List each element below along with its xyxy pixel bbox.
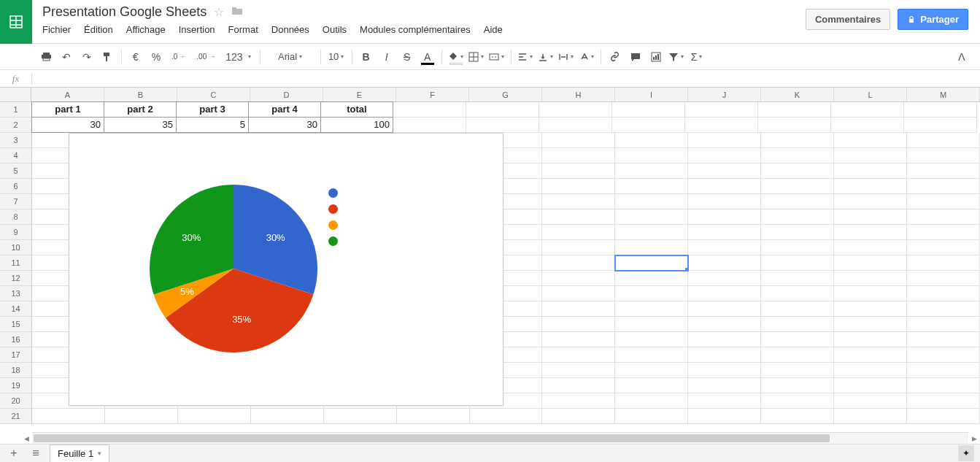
cell[interactable] — [761, 409, 834, 424]
cell[interactable] — [834, 393, 907, 409]
more-formats-button[interactable]: 123 — [221, 47, 255, 66]
cell[interactable] — [542, 363, 615, 378]
column-header[interactable]: M — [907, 88, 980, 101]
menu-aide[interactable]: Aide — [484, 24, 503, 35]
menu-format[interactable]: Format — [228, 24, 258, 35]
menu-insertion[interactable]: Insertion — [179, 24, 215, 35]
cell[interactable] — [761, 148, 834, 163]
cell[interactable] — [761, 255, 834, 271]
column-header[interactable]: B — [104, 88, 177, 101]
cell[interactable] — [542, 240, 615, 255]
cell[interactable] — [685, 118, 758, 133]
cell[interactable]: 5 — [176, 117, 249, 133]
cell[interactable] — [542, 271, 615, 286]
cell[interactable] — [688, 332, 761, 347]
decrease-decimal-button[interactable]: .0← — [167, 47, 190, 66]
row-header[interactable]: 8 — [0, 209, 31, 225]
select-all-corner[interactable] — [0, 88, 31, 101]
column-header[interactable]: D — [250, 88, 323, 101]
cell[interactable] — [615, 255, 688, 271]
row-header[interactable]: 6 — [0, 179, 31, 194]
row-header[interactable]: 9 — [0, 225, 31, 240]
cell[interactable] — [324, 409, 397, 424]
row-header[interactable]: 20 — [0, 393, 31, 409]
cell[interactable] — [688, 317, 761, 332]
row-header[interactable]: 13 — [0, 286, 31, 301]
cell[interactable] — [615, 179, 688, 194]
cell[interactable] — [615, 332, 688, 347]
cell[interactable] — [615, 363, 688, 378]
cell[interactable] — [615, 148, 688, 163]
cell[interactable] — [834, 148, 907, 163]
column-header[interactable]: C — [177, 88, 250, 101]
cell[interactable] — [615, 225, 688, 240]
text-color-button[interactable]: A — [418, 47, 437, 66]
cell[interactable]: part 4 — [248, 101, 321, 118]
sheet-tab-dropdown-icon[interactable]: ▾ — [98, 450, 101, 457]
cell[interactable] — [907, 378, 980, 393]
cell[interactable] — [834, 179, 907, 194]
cell[interactable] — [542, 209, 615, 225]
cell[interactable] — [542, 255, 615, 271]
cell[interactable] — [539, 102, 612, 118]
cell[interactable] — [612, 118, 685, 133]
cell[interactable] — [907, 209, 980, 225]
cell[interactable] — [542, 286, 615, 301]
cell[interactable] — [178, 409, 251, 424]
cell[interactable] — [907, 148, 980, 163]
scroll-right-icon[interactable]: ▶ — [968, 433, 980, 444]
cell[interactable] — [688, 179, 761, 194]
cell[interactable] — [834, 301, 907, 317]
sheet-tab[interactable]: Feuille 1 ▾ — [50, 444, 109, 462]
cell[interactable] — [539, 118, 612, 133]
cell[interactable] — [904, 102, 977, 118]
cell[interactable] — [615, 133, 688, 148]
insert-comment-button[interactable] — [626, 47, 645, 66]
column-header[interactable]: A — [31, 88, 104, 101]
row-header[interactable]: 17 — [0, 347, 31, 363]
cell[interactable] — [761, 363, 834, 378]
comments-button[interactable]: Commentaires — [806, 9, 890, 30]
row-header[interactable]: 3 — [0, 133, 31, 148]
cell[interactable] — [758, 102, 831, 118]
scroll-thumb[interactable] — [34, 434, 830, 442]
cell[interactable] — [761, 347, 834, 363]
cell[interactable] — [761, 332, 834, 347]
column-header[interactable]: E — [323, 88, 396, 101]
print-icon[interactable] — [36, 47, 55, 66]
cell[interactable] — [688, 378, 761, 393]
cell[interactable] — [907, 163, 980, 179]
cell[interactable] — [542, 317, 615, 332]
cell[interactable] — [615, 271, 688, 286]
cell[interactable] — [761, 301, 834, 317]
menu-affichage[interactable]: Affichage — [126, 24, 166, 35]
column-header[interactable]: J — [688, 88, 761, 101]
undo-icon[interactable]: ↶ — [57, 47, 76, 66]
cell[interactable] — [688, 240, 761, 255]
cell[interactable] — [834, 409, 907, 424]
cell[interactable] — [542, 393, 615, 409]
row-header[interactable]: 11 — [0, 255, 31, 271]
cell[interactable] — [393, 102, 466, 118]
cell[interactable] — [615, 347, 688, 363]
column-header[interactable]: L — [834, 88, 907, 101]
cell[interactable] — [32, 409, 105, 424]
column-header[interactable]: G — [469, 88, 542, 101]
cell[interactable] — [831, 118, 904, 133]
add-sheet-button[interactable]: + — [6, 445, 22, 461]
cell[interactable] — [688, 163, 761, 179]
merge-cells-button[interactable] — [487, 47, 506, 66]
menu-modules[interactable]: Modules complémentaires — [360, 24, 471, 35]
cell[interactable] — [907, 255, 980, 271]
menu-fichier[interactable]: Fichier — [42, 24, 71, 35]
functions-button[interactable]: Σ — [687, 47, 706, 66]
bold-button[interactable]: B — [357, 47, 376, 66]
cell[interactable]: part 3 — [176, 101, 249, 118]
cell[interactable] — [542, 225, 615, 240]
cell[interactable] — [688, 347, 761, 363]
cell[interactable]: 100 — [320, 117, 393, 133]
cell[interactable] — [834, 209, 907, 225]
increase-decimal-button[interactable]: .00→ — [192, 47, 220, 66]
cell[interactable] — [615, 163, 688, 179]
borders-button[interactable] — [467, 47, 486, 66]
